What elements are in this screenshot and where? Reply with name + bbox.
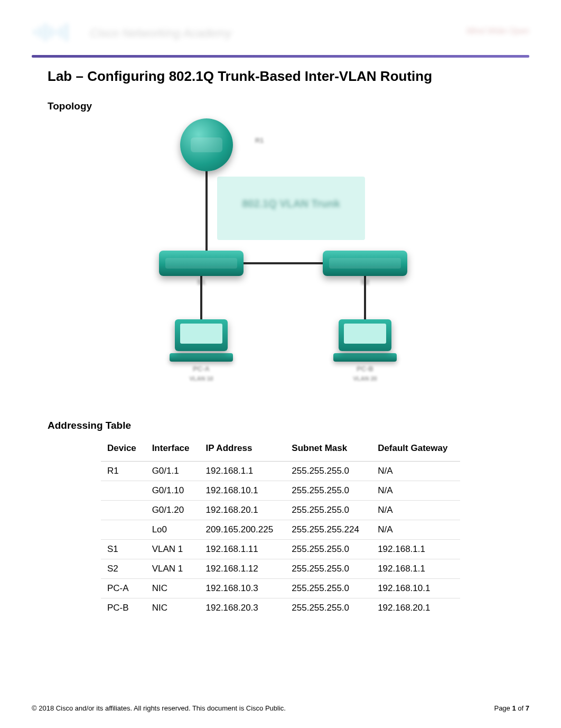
cell-device — [101, 501, 146, 520]
cell-mask: 255.255.255.0 — [285, 559, 371, 579]
addressing-table: Device Interface IP Address Subnet Mask … — [101, 438, 460, 618]
header-program-name: Cisco Networking Academy — [90, 26, 231, 40]
lab-title: Lab – Configuring 802.1Q Trunk-Based Int… — [48, 68, 513, 85]
cell-gw: N/A — [371, 520, 460, 540]
table-row: S1VLAN 1192.168.1.11255.255.255.0192.168… — [101, 540, 460, 559]
cell-ip: 192.168.20.1 — [200, 501, 286, 520]
cell-ip: 209.165.200.225 — [200, 520, 286, 540]
table-row: Lo0209.165.200.225255.255.255.224N/A — [101, 520, 460, 540]
brand-logo-blurred — [32, 21, 74, 42]
cell-gw: 192.168.10.1 — [371, 579, 460, 598]
cell-gw: 192.168.1.1 — [371, 559, 460, 579]
cell-ip: 192.168.1.1 — [200, 462, 286, 481]
cell-ip: 192.168.1.12 — [200, 559, 286, 579]
cell-mask: 255.255.255.0 — [285, 481, 371, 501]
cell-device: R1 — [101, 462, 146, 481]
cell-interface: G0/1.10 — [146, 481, 200, 501]
link-r1-s1 — [205, 169, 208, 253]
cell-device: S1 — [101, 540, 146, 559]
vlan20-label: VLAN 20 — [339, 375, 391, 382]
footer-page-number: Page 1 of 7 — [494, 704, 529, 712]
switch-s1-label: S1 — [175, 278, 228, 286]
table-row: S2VLAN 1192.168.1.12255.255.255.0192.168… — [101, 559, 460, 579]
table-row: PC-BNIC192.168.20.3255.255.255.0192.168.… — [101, 598, 460, 618]
pc-a-label: PC-A — [175, 365, 228, 373]
vlan10-label: VLAN 10 — [175, 375, 228, 382]
cell-gw: 192.168.20.1 — [371, 598, 460, 618]
table-row: G0/1.20192.168.20.1255.255.255.0N/A — [101, 501, 460, 520]
cell-device — [101, 481, 146, 501]
cell-mask: 255.255.255.0 — [285, 579, 371, 598]
section-heading-topology: Topology — [48, 100, 513, 112]
page-footer: © 2018 Cisco and/or its affiliates. All … — [32, 704, 529, 712]
cell-mask: 255.255.255.0 — [285, 462, 371, 481]
cell-mask: 255.255.255.224 — [285, 520, 371, 540]
topology-diagram: 802.1Q VLAN Trunk R1 S1 S2 PC-A VLAN 10 — [48, 118, 513, 404]
cell-interface: NIC — [146, 579, 200, 598]
switch-s2-label: S2 — [339, 278, 391, 286]
col-gw: Default Gateway — [371, 438, 460, 462]
cell-gw: N/A — [371, 462, 460, 481]
cell-ip: 192.168.10.1 — [200, 481, 286, 501]
router-icon — [180, 118, 233, 171]
cell-ip: 192.168.1.11 — [200, 540, 286, 559]
cell-interface: G0/1.1 — [146, 462, 200, 481]
cell-ip: 192.168.10.3 — [200, 579, 286, 598]
cell-interface: VLAN 1 — [146, 540, 200, 559]
footer-copyright: © 2018 Cisco and/or its affiliates. All … — [32, 704, 286, 712]
cell-device: S2 — [101, 559, 146, 579]
header-tagline: Mind Wide Open — [466, 26, 529, 36]
cell-ip: 192.168.20.3 — [200, 598, 286, 618]
pc-b-label: PC-B — [339, 365, 391, 373]
cell-device — [101, 520, 146, 540]
cell-interface: Lo0 — [146, 520, 200, 540]
cell-device: PC-B — [101, 598, 146, 618]
table-row: R1G0/1.1192.168.1.1255.255.255.0N/A — [101, 462, 460, 481]
page-header: Cisco Networking Academy Mind Wide Open — [32, 21, 529, 53]
cell-gw: N/A — [371, 501, 460, 520]
addressing-table-header-row: Device Interface IP Address Subnet Mask … — [101, 438, 460, 462]
pc-a-icon — [175, 319, 228, 362]
switch-s2-icon — [323, 251, 407, 276]
col-device: Device — [101, 438, 146, 462]
cell-mask: 255.255.255.0 — [285, 501, 371, 520]
link-s1-s2 — [238, 262, 327, 264]
pc-b-icon — [339, 319, 391, 362]
table-row: G0/1.10192.168.10.1255.255.255.0N/A — [101, 481, 460, 501]
table-row: PC-ANIC192.168.10.3255.255.255.0192.168.… — [101, 579, 460, 598]
cell-interface: NIC — [146, 598, 200, 618]
cell-device: PC-A — [101, 579, 146, 598]
col-mask: Subnet Mask — [285, 438, 371, 462]
router-label: R1 — [233, 136, 286, 144]
cell-interface: G0/1.20 — [146, 501, 200, 520]
trunk-label: 802.1Q VLAN Trunk — [228, 198, 354, 210]
cell-interface: VLAN 1 — [146, 559, 200, 579]
col-ip: IP Address — [200, 438, 286, 462]
col-interface: Interface — [146, 438, 200, 462]
header-divider-bar — [32, 55, 529, 58]
cell-mask: 255.255.255.0 — [285, 540, 371, 559]
section-heading-addressing: Addressing Table — [48, 420, 513, 431]
cell-mask: 255.255.255.0 — [285, 598, 371, 618]
cell-gw: 192.168.1.1 — [371, 540, 460, 559]
switch-s1-icon — [159, 251, 244, 276]
cell-gw: N/A — [371, 481, 460, 501]
